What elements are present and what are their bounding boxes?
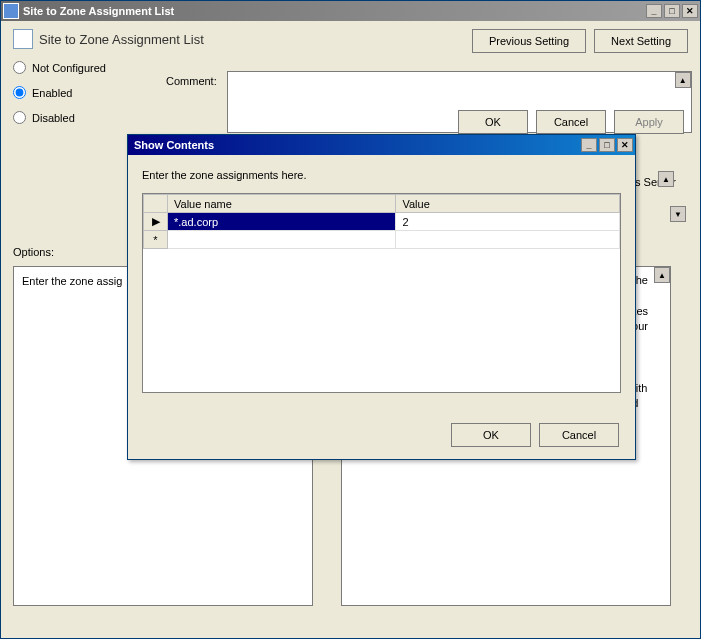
- radio-enabled-label: Enabled: [32, 87, 72, 99]
- policy-title: Site to Zone Assignment List: [39, 32, 204, 47]
- previous-setting-button[interactable]: Previous Setting: [472, 29, 586, 53]
- cell-value[interactable]: 2: [396, 213, 620, 231]
- table-row-new[interactable]: *: [144, 231, 620, 249]
- scroll-up-icon[interactable]: ▲: [658, 171, 674, 187]
- radio-not-configured-input[interactable]: [13, 61, 26, 74]
- scroll-up-icon[interactable]: ▲: [675, 72, 691, 88]
- window-icon: [3, 3, 19, 19]
- zone-assignment-grid[interactable]: Value name Value ▶ *.ad.corp 2 *: [142, 193, 621, 393]
- dialog-title: Show Contents: [130, 139, 581, 151]
- dialog-titlebar: Show Contents _ □ ✕: [128, 135, 635, 155]
- minimize-button[interactable]: _: [646, 4, 662, 18]
- radio-not-configured-label: Not Configured: [32, 62, 106, 74]
- next-setting-button[interactable]: Next Setting: [594, 29, 688, 53]
- options-label: Options:: [13, 246, 54, 258]
- dialog-cancel-button[interactable]: Cancel: [539, 423, 619, 447]
- dialog-minimize-button[interactable]: _: [581, 138, 597, 152]
- cancel-button[interactable]: Cancel: [536, 110, 606, 134]
- main-title: Site to Zone Assignment List: [23, 5, 646, 17]
- dialog-instruction: Enter the zone assignments here.: [142, 169, 621, 181]
- comment-label: Comment:: [166, 71, 217, 87]
- radio-disabled-input[interactable]: [13, 111, 26, 124]
- main-titlebar: Site to Zone Assignment List _ □ ✕: [1, 1, 700, 21]
- radio-enabled-input[interactable]: [13, 86, 26, 99]
- radio-disabled-label: Disabled: [32, 112, 75, 124]
- close-button[interactable]: ✕: [682, 4, 698, 18]
- dialog-close-button[interactable]: ✕: [617, 138, 633, 152]
- ok-button[interactable]: OK: [458, 110, 528, 134]
- table-row[interactable]: ▶ *.ad.corp 2: [144, 213, 620, 231]
- row-indicator-current-icon: ▶: [144, 213, 168, 231]
- scroll-up-icon[interactable]: ▲: [654, 267, 670, 283]
- grid-corner: [144, 195, 168, 213]
- policy-icon: [13, 29, 33, 49]
- maximize-button[interactable]: □: [664, 4, 680, 18]
- column-header-name[interactable]: Value name: [168, 195, 396, 213]
- options-text-fragment: Enter the zone assig: [22, 275, 122, 287]
- column-header-value[interactable]: Value: [396, 195, 620, 213]
- scroll-down-icon[interactable]: ▼: [670, 206, 686, 222]
- cell-name-new[interactable]: [168, 231, 396, 249]
- apply-button: Apply: [614, 110, 684, 134]
- cell-value-new[interactable]: [396, 231, 620, 249]
- row-indicator-new-icon: *: [144, 231, 168, 249]
- show-contents-dialog: Show Contents _ □ ✕ Enter the zone assig…: [127, 134, 636, 460]
- dialog-ok-button[interactable]: OK: [451, 423, 531, 447]
- dialog-maximize-button[interactable]: □: [599, 138, 615, 152]
- cell-name[interactable]: *.ad.corp: [168, 213, 396, 231]
